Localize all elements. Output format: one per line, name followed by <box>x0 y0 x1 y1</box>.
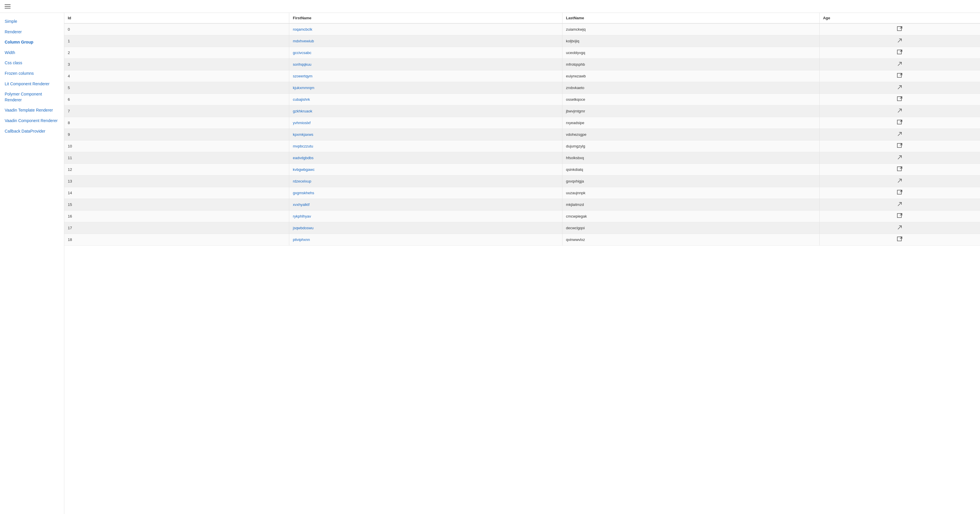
svg-rect-21 <box>897 190 901 194</box>
cell-firstname[interactable]: ptiviphxnn <box>289 234 562 246</box>
cell-age <box>819 199 980 211</box>
expand-icon <box>897 190 902 195</box>
cell-firstname[interactable]: kjukxmmrqm <box>289 82 562 94</box>
cell-firstname[interactable]: eadvdgbdbs <box>289 152 562 164</box>
cell-lastname: mkjlaitmzd <box>562 199 819 211</box>
sidebar-item-css-class[interactable]: Css class <box>0 58 64 68</box>
arrow-icon <box>897 178 902 184</box>
cell-age <box>819 164 980 176</box>
cell-firstname[interactable]: yvhmioslxf <box>289 117 562 129</box>
cell-id: 18 <box>64 234 289 246</box>
cell-lastname: zuiamckwjq <box>562 23 819 35</box>
sidebar-item-column-group[interactable]: Column Group <box>0 37 64 48</box>
cell-lastname: uceoblyvgq <box>562 47 819 59</box>
cell-id: 12 <box>64 164 289 176</box>
table-row: 18ptiviphxnnqvinwwvlxz <box>64 234 980 246</box>
svg-line-1 <box>900 27 902 29</box>
cell-lastname: qvinwwvlxz <box>562 234 819 246</box>
sidebar-item-lit-component-renderer[interactable]: Lit Component Renderer <box>0 79 64 89</box>
arrow-icon <box>897 154 902 160</box>
cell-id: 13 <box>64 176 289 187</box>
svg-line-8 <box>898 86 901 89</box>
cell-id: 16 <box>64 211 289 222</box>
cell-firstname[interactable]: roqamcbclk <box>289 23 562 35</box>
expand-icon <box>897 26 902 32</box>
svg-line-23 <box>898 202 901 206</box>
cell-id: 7 <box>64 105 289 117</box>
cell-lastname: ossetkqoce <box>562 94 819 105</box>
grid-area[interactable]: Id FirstName LastName Age 0roqamcbclkzui… <box>64 13 980 514</box>
cell-age <box>819 187 980 199</box>
table-row: 15xvxhyalktfmkjlaitmzd <box>64 199 980 211</box>
table-row: 9kpxmkjaxwsvdohezsgpe <box>64 129 980 140</box>
table-row: 16rykphlhyavcmcwpiegak <box>64 211 980 222</box>
table-row: 17jsqwbdoswudecwclgqoi <box>64 222 980 234</box>
table-row: 14gxgmskhehsuuzaujnnpk <box>64 187 980 199</box>
sidebar-item-vaadin-template-renderer[interactable]: Vaadin Template Renderer <box>0 105 64 116</box>
svg-rect-15 <box>897 143 901 148</box>
cell-firstname[interactable]: mvpbczzutu <box>289 140 562 152</box>
sidebar-item-simple[interactable]: Simple <box>0 16 64 27</box>
cell-age <box>819 47 980 59</box>
cell-lastname: cmcwpiegak <box>562 211 819 222</box>
sidebar: SimpleRendererColumn GroupWidthCss class… <box>0 13 64 514</box>
cell-firstname[interactable]: gxgmskhehs <box>289 187 562 199</box>
svg-line-7 <box>900 73 902 75</box>
cell-age <box>819 59 980 70</box>
hamburger-menu-icon[interactable] <box>5 5 11 8</box>
cell-firstname[interactable]: gzkhkruaok <box>289 105 562 117</box>
cell-firstname[interactable]: szoeertqym <box>289 70 562 82</box>
cell-lastname: mfrotqsphb <box>562 59 819 70</box>
svg-rect-6 <box>897 73 901 78</box>
svg-line-14 <box>898 132 901 136</box>
cell-age <box>819 23 980 35</box>
cell-firstname[interactable]: mdxhvewiub <box>289 35 562 47</box>
cell-lastname: zrxbvkaeto <box>562 82 819 94</box>
svg-line-4 <box>900 50 902 52</box>
svg-line-13 <box>900 120 902 122</box>
cell-firstname[interactable]: jsqwbdoswu <box>289 222 562 234</box>
svg-line-2 <box>898 39 901 42</box>
cell-firstname[interactable]: kvbgwbgawc <box>289 164 562 176</box>
table-row: 5kjukxmmrqmzrxbvkaeto <box>64 82 980 94</box>
cell-firstname[interactable]: cubajishrk <box>289 94 562 105</box>
sidebar-item-polymer-component-renderer[interactable]: Polymer Component Renderer <box>0 89 64 105</box>
cell-id: 15 <box>64 199 289 211</box>
sidebar-item-callback-dataprovider[interactable]: Callback DataProvider <box>0 126 64 137</box>
table-row: 2gccivcsabcuceoblyvgq <box>64 47 980 59</box>
cell-firstname[interactable]: sorihqqkuu <box>289 59 562 70</box>
cell-id: 6 <box>64 94 289 105</box>
cell-firstname[interactable]: kpxmkjaxws <box>289 129 562 140</box>
svg-line-25 <box>900 214 902 216</box>
cell-lastname: hfsolksbxq <box>562 152 819 164</box>
cell-id: 3 <box>64 59 289 70</box>
sidebar-item-renderer[interactable]: Renderer <box>0 27 64 37</box>
cell-id: 4 <box>64 70 289 82</box>
sidebar-item-frozen-columns[interactable]: Frozen columns <box>0 68 64 79</box>
cell-lastname: koljtxijiq <box>562 35 819 47</box>
cell-lastname: decwclgqoi <box>562 222 819 234</box>
cell-lastname: euiyrwzawb <box>562 70 819 82</box>
top-bar <box>0 0 980 13</box>
cell-age <box>819 105 980 117</box>
svg-line-28 <box>900 237 902 239</box>
cell-id: 2 <box>64 47 289 59</box>
sidebar-item-width[interactable]: Width <box>0 48 64 58</box>
table-row: 6cubajishrkossetkqoce <box>64 94 980 105</box>
cell-age <box>819 70 980 82</box>
cell-firstname[interactable]: rdzecelxup <box>289 176 562 187</box>
svg-rect-12 <box>897 120 901 124</box>
sidebar-item-vaadin-component-renderer[interactable]: Vaadin Component Renderer <box>0 116 64 126</box>
arrow-icon <box>897 225 902 230</box>
cell-id: 5 <box>64 82 289 94</box>
cell-firstname[interactable]: gccivcsabc <box>289 47 562 59</box>
cell-firstname[interactable]: xvxhyalktf <box>289 199 562 211</box>
table-row: 13rdzecelxupgxvqxhigja <box>64 176 980 187</box>
table-row: 8yvhmioslxfrxyeadsipe <box>64 117 980 129</box>
cell-firstname[interactable]: rykphlhyav <box>289 211 562 222</box>
cell-age <box>819 176 980 187</box>
table-row: 1mdxhvewiubkoljtxijiq <box>64 35 980 47</box>
table-row: 3sorihqqkuumfrotqsphb <box>64 59 980 70</box>
cell-lastname: gxvqxhigja <box>562 176 819 187</box>
svg-line-16 <box>900 143 902 146</box>
